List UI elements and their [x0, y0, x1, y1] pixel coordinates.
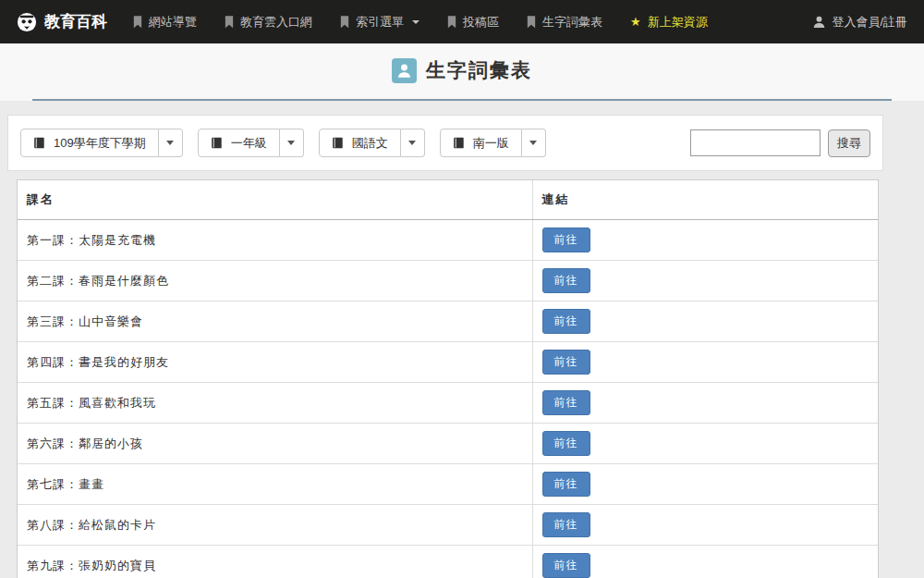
go-button[interactable]: 前往: [542, 431, 590, 456]
lesson-name-cell: 第九課：張奶奶的寶貝: [18, 546, 532, 578]
nav-item-index-menu[interactable]: 索引選單: [340, 14, 419, 31]
lesson-table-body: 第一課：太陽是充電機 前往 第二課：春雨是什麼顏色 前往 第三課：山中音樂會 前…: [18, 220, 878, 578]
bookmark-icon: [225, 16, 234, 29]
filter-group-subject: 國語文: [319, 129, 425, 157]
table-row: 第六課：鄰居的小孩 前往: [18, 424, 878, 464]
column-header-link: 連結: [532, 180, 878, 220]
lesson-name: 第六課：鄰居的小孩: [27, 437, 143, 450]
lesson-table-panel: 課名 連結 第一課：太陽是充電機 前往 第二課：春雨是什麼顏色 前往 第三課：山…: [17, 179, 879, 578]
lesson-name: 第七課：畫畫: [27, 477, 104, 491]
caret-down-icon: [408, 141, 416, 145]
lesson-name-cell: 第四課：書是我的好朋友: [18, 342, 532, 383]
star-icon: ★: [630, 15, 641, 29]
nav-item-edu-cloud-portal[interactable]: 教育雲入口網: [225, 14, 312, 31]
book-icon: [211, 137, 223, 149]
user-icon: [813, 16, 825, 29]
table-row: 第四課：書是我的好朋友 前往: [18, 342, 878, 383]
nav-item-label: 教育雲入口網: [240, 14, 312, 31]
nav-item-label: 索引選單: [356, 14, 404, 31]
table-row: 第五課：風喜歡和我玩 前往: [18, 383, 878, 424]
table-row: 第八課：給松鼠的卡片 前往: [18, 505, 878, 546]
filter-school-year-button[interactable]: 109學年度下學期: [20, 129, 159, 157]
lesson-link-cell: 前往: [532, 342, 878, 383]
lesson-name: 第四課：書是我的好朋友: [27, 355, 169, 369]
page-title: 生字詞彙表: [392, 57, 532, 83]
go-button[interactable]: 前往: [542, 472, 590, 497]
filter-grade-button[interactable]: 一年級: [198, 129, 280, 157]
lesson-name-cell: 第八課：給松鼠的卡片: [18, 505, 532, 546]
filter-label: 國語文: [352, 135, 388, 152]
bookmark-icon: [447, 16, 456, 29]
filter-subject-caret-button[interactable]: [401, 129, 425, 157]
caret-down-icon: [287, 141, 295, 145]
nav-item-label: 網站導覽: [149, 14, 197, 31]
lesson-link-cell: 前往: [532, 383, 878, 424]
filter-subject-button[interactable]: 國語文: [319, 129, 401, 157]
filter-grade-caret-button[interactable]: [280, 129, 304, 157]
lesson-name-cell: 第七課：畫畫: [18, 464, 532, 505]
lesson-name-cell: 第二課：春雨是什麼顏色: [18, 261, 532, 301]
login-label: 登入會員/註冊: [832, 14, 907, 31]
nav-item-vocabulary-list[interactable]: 生字詞彙表: [527, 14, 602, 31]
brand-logo[interactable]: 教育百科: [17, 11, 107, 32]
book-icon: [453, 137, 465, 149]
table-header-row: 課名 連結: [18, 180, 878, 220]
lesson-link-cell: 前往: [532, 301, 878, 342]
top-navbar: 教育百科 網站導覽 教育雲入口網 索引選單 投稿區 生字詞彙表 ★ 新上架資源: [0, 0, 924, 43]
go-button[interactable]: 前往: [542, 512, 590, 537]
lesson-name: 第八課：給松鼠的卡片: [27, 518, 156, 532]
lesson-name-cell: 第一課：太陽是充電機: [18, 220, 532, 261]
go-button[interactable]: 前往: [542, 268, 590, 293]
bookmark-icon: [133, 16, 142, 29]
lesson-name-cell: 第五課：風喜歡和我玩: [18, 383, 532, 424]
filter-group-publisher: 南一版: [440, 129, 546, 157]
book-icon: [332, 137, 344, 149]
vocabulary-user-icon: [392, 58, 417, 83]
lesson-link-cell: 前往: [532, 261, 878, 301]
go-button[interactable]: 前往: [542, 228, 590, 252]
lesson-link-cell: 前往: [532, 220, 878, 261]
lesson-name-cell: 第三課：山中音樂會: [18, 301, 532, 342]
filter-publisher-button[interactable]: 南一版: [440, 129, 522, 157]
filter-label: 一年級: [231, 135, 267, 152]
go-button[interactable]: 前往: [542, 350, 590, 375]
column-header-lesson-name: 課名: [18, 180, 532, 220]
caret-down-icon: [529, 141, 537, 145]
lesson-link-cell: 前往: [532, 424, 878, 464]
lesson-link-cell: 前往: [532, 464, 878, 505]
lesson-name: 第五課：風喜歡和我玩: [27, 396, 156, 410]
nav-item-sitemap[interactable]: 網站導覽: [133, 14, 197, 31]
filter-label: 109學年度下學期: [54, 135, 146, 152]
page-title-text: 生字詞彙表: [426, 57, 532, 83]
brand-label: 教育百科: [44, 11, 107, 32]
table-row: 第三課：山中音樂會 前往: [18, 301, 878, 342]
filter-school-year-caret-button[interactable]: [159, 129, 183, 157]
bookmark-icon: [340, 16, 349, 29]
nav-item-new-resources[interactable]: ★ 新上架資源: [630, 14, 708, 31]
lesson-name: 第三課：山中音樂會: [27, 314, 143, 328]
login-register-link[interactable]: 登入會員/註冊: [813, 14, 907, 31]
book-icon: [33, 137, 45, 149]
caret-down-icon: [166, 141, 174, 145]
table-row: 第七課：畫畫 前往: [18, 464, 878, 505]
nav-item-submission[interactable]: 投稿區: [447, 14, 499, 31]
chevron-down-icon: [412, 20, 419, 24]
nav-item-label: 新上架資源: [648, 14, 708, 31]
nav-item-label: 投稿區: [463, 14, 499, 31]
owl-logo-icon: [17, 12, 37, 32]
go-button[interactable]: 前往: [542, 309, 590, 334]
search-input[interactable]: [690, 129, 821, 156]
filter-publisher-caret-button[interactable]: [522, 129, 546, 157]
table-row: 第二課：春雨是什麼顏色 前往: [18, 261, 878, 301]
lesson-link-cell: 前往: [532, 546, 878, 578]
lesson-table: 課名 連結 第一課：太陽是充電機 前往 第二課：春雨是什麼顏色 前往 第三課：山…: [18, 180, 878, 578]
filter-group-school-year: 109學年度下學期: [20, 129, 183, 157]
lesson-name-cell: 第六課：鄰居的小孩: [18, 424, 532, 464]
go-button[interactable]: 前往: [542, 390, 590, 415]
filter-label: 南一版: [473, 135, 509, 152]
go-button[interactable]: 前往: [542, 553, 590, 578]
table-row: 第一課：太陽是充電機 前往: [18, 220, 878, 261]
title-band: 生字詞彙表: [0, 43, 924, 101]
lesson-link-cell: 前往: [532, 505, 878, 546]
search-button[interactable]: 搜尋: [828, 129, 870, 157]
